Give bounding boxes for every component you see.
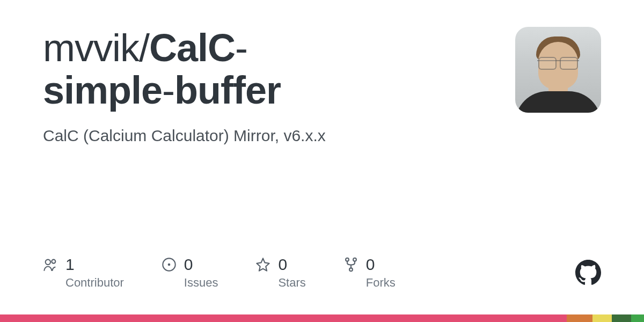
repo-title-block: mvvik/CalC-simple-buffer CalC (Calcium C… [43,27,515,145]
stat-issues-label: Issues [184,276,218,290]
repo-name-dash1: - [235,26,247,69]
stat-issues[interactable]: 0 Issues [162,255,218,290]
stats-row: 1 Contributor 0 Issues 0 [43,255,601,290]
language-bar [0,314,644,322]
star-icon [255,257,270,272]
svg-point-0 [46,260,50,265]
stat-stars[interactable]: 0 Stars [255,255,305,290]
svg-point-4 [346,258,349,261]
avatar[interactable] [515,27,601,113]
svg-point-3 [168,264,171,266]
stat-contributors[interactable]: 1 Contributor [43,255,124,290]
stat-contributors-label: Contributor [65,276,124,290]
language-segment [567,314,592,322]
svg-point-5 [353,258,356,261]
repo-description: CalC (Calcium Calculator) Mirror, v6.x.x [43,127,494,145]
fork-icon [343,257,358,272]
stat-issues-value: 0 [184,255,193,274]
language-segment [631,314,644,322]
stat-forks[interactable]: 0 Forks [343,255,396,290]
language-segment [612,314,631,322]
repo-name-part2: simple [43,69,162,112]
stat-forks-label: Forks [366,276,396,290]
svg-point-6 [349,268,353,271]
stat-forks-value: 0 [366,255,375,274]
repo-name-part3: buffer [174,69,281,112]
github-logo-icon[interactable] [575,260,601,286]
stat-contributors-value: 1 [65,255,75,274]
repo-name-dash2: - [162,69,174,112]
language-segment [0,314,567,322]
issue-icon [162,257,177,272]
people-icon [43,257,58,272]
repo-owner: mvvik [43,26,139,69]
svg-point-1 [52,260,55,264]
slash: / [139,26,149,69]
repo-name-part1: CalC [149,26,235,69]
stat-stars-value: 0 [278,255,287,274]
language-segment [592,314,612,322]
repo-title[interactable]: mvvik/CalC-simple-buffer [43,27,494,112]
stat-stars-label: Stars [278,276,305,290]
